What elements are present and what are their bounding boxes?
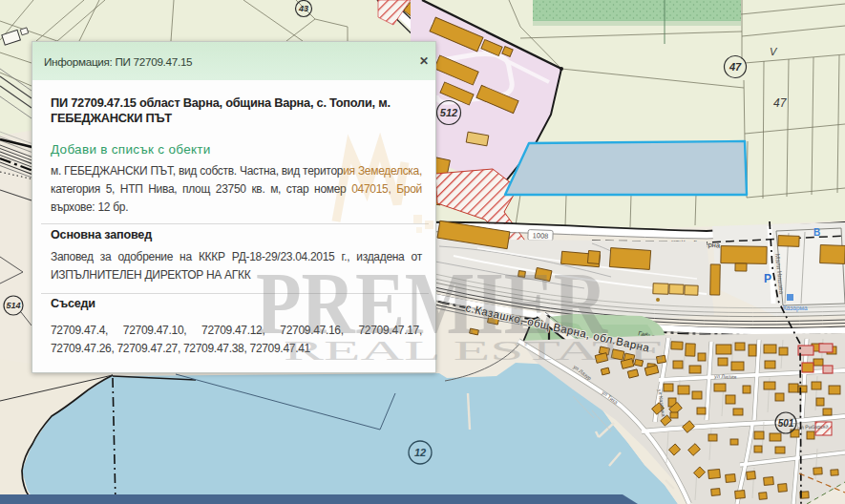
svg-text:47: 47	[729, 61, 742, 73]
svg-text:47: 47	[773, 96, 788, 110]
svg-text:ул Лилия: ул Лилия	[714, 373, 737, 380]
svg-text:B: B	[813, 227, 820, 238]
svg-text:501: 501	[778, 418, 794, 429]
svg-text:12: 12	[414, 447, 426, 458]
svg-text:P: P	[764, 272, 771, 285]
svg-text:514: 514	[6, 301, 20, 310]
svg-text:1008: 1008	[533, 231, 549, 241]
svg-text:Казарма: Казарма	[783, 304, 808, 312]
svg-text:512: 512	[440, 107, 457, 118]
svg-text:43: 43	[298, 4, 308, 13]
